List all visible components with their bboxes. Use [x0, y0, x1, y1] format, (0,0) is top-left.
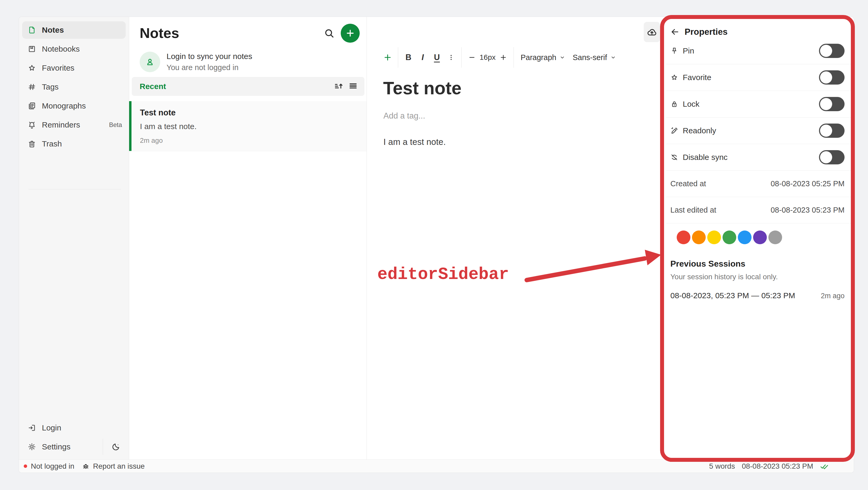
- color-swatch-green[interactable]: [722, 230, 736, 244]
- block-type-value: Paragraph: [521, 53, 556, 62]
- note-body-editor[interactable]: I am a test note.: [383, 137, 666, 147]
- sidebar-footer: Login Settings: [19, 418, 129, 456]
- sidebar-item-notebooks[interactable]: Notebooks: [19, 39, 129, 59]
- color-swatch-gray[interactable]: [768, 230, 782, 244]
- sidebar-item-reminders[interactable]: Reminders Beta: [19, 116, 129, 134]
- block-type-dropdown[interactable]: Paragraph: [521, 53, 565, 62]
- group-header-recent: Recent: [132, 77, 365, 96]
- toggle-label: Lock: [683, 100, 814, 108]
- note-list-item[interactable]: Test note I am a test note. 2m ago: [129, 101, 367, 151]
- login-sync-banner[interactable]: Login to sync your notes You are not log…: [140, 52, 359, 72]
- panel-header: Properties: [666, 17, 854, 38]
- font-family-value: Sans-serif: [572, 53, 607, 62]
- view-mode-button[interactable]: [347, 81, 359, 92]
- underline-button[interactable]: U: [431, 50, 442, 65]
- increase-font-size-button[interactable]: [498, 50, 509, 65]
- search-icon: [323, 27, 335, 39]
- font-family-dropdown[interactable]: Sans-serif: [572, 53, 616, 62]
- disable-sync-toggle[interactable]: [819, 150, 844, 164]
- sort-button[interactable]: [333, 81, 344, 92]
- sessions-title: Previous Sessions: [670, 259, 844, 269]
- font-size-value[interactable]: 16px: [479, 53, 496, 62]
- decrease-font-size-button[interactable]: [466, 50, 477, 65]
- favorite-toggle[interactable]: [819, 70, 844, 85]
- sync-off-icon: [670, 153, 678, 161]
- avatar: [140, 52, 160, 72]
- pencil-off-icon: [670, 127, 678, 135]
- note-title-input[interactable]: Test note: [383, 78, 666, 98]
- login-status-label[interactable]: Not logged in: [31, 462, 74, 470]
- banner-title: Login to sync your notes: [166, 52, 252, 61]
- note-item-snippet: I am a test note.: [140, 122, 359, 131]
- desktop-background: Notes Notebooks Favorites: [0, 0, 868, 490]
- sessions-subtitle: Your session history is local only.: [670, 273, 844, 281]
- color-swatch-red[interactable]: [677, 230, 690, 244]
- meta-label: Created at: [670, 179, 771, 188]
- cloud-upload-icon: [647, 27, 657, 37]
- lock-toggle[interactable]: [819, 97, 844, 111]
- notebook-icon: [28, 45, 36, 53]
- banner-subtitle: You are not logged in: [166, 63, 252, 72]
- color-swatch-yellow[interactable]: [707, 230, 721, 244]
- sidebar-item-favorites[interactable]: Favorites: [19, 59, 129, 77]
- hash-icon: [28, 83, 36, 91]
- last-edited-row: Last edited at 08-08-2023 05:23 PM: [666, 197, 854, 223]
- color-swatch-orange[interactable]: [692, 230, 706, 244]
- status-right: 5 words 08-08-2023 05:23 PM: [709, 462, 829, 470]
- sidebar-item-label: Monographs: [42, 101, 86, 110]
- created-at-value: 08-08-2023 05:25 PM: [771, 179, 844, 188]
- tag-input[interactable]: Add a tag...: [383, 111, 666, 121]
- publish-button[interactable]: [644, 22, 660, 42]
- minus-icon: [468, 54, 476, 61]
- sidebar-item-label: Settings: [42, 442, 70, 451]
- search-button[interactable]: [322, 25, 337, 41]
- back-arrow-icon[interactable]: [670, 27, 679, 36]
- pin-icon: [670, 47, 678, 55]
- disable-sync-row: Disable sync: [666, 144, 854, 171]
- panel-title: Properties: [685, 27, 727, 37]
- color-swatch-blue[interactable]: [738, 230, 751, 244]
- sidebar-item-monographs[interactable]: Monographs: [19, 96, 129, 116]
- sidebar-item-login[interactable]: Login: [19, 418, 129, 437]
- readonly-toggle[interactable]: [819, 124, 844, 138]
- note-accent-bar: [129, 101, 131, 151]
- plus-icon: [500, 54, 507, 61]
- plus-icon: [345, 28, 355, 38]
- session-item[interactable]: 08-08-2023, 05:23 PM — 05:23 PM 2m ago: [670, 291, 844, 300]
- bug-icon: [82, 463, 89, 470]
- sidebar-item-trash[interactable]: Trash: [19, 134, 129, 153]
- note-item-title: Test note: [140, 108, 359, 118]
- status-bar: Not logged in Report an issue 5 words 08…: [19, 459, 854, 472]
- theme-toggle-button[interactable]: [103, 437, 129, 456]
- sort-ascending-icon: [333, 81, 344, 91]
- sidebar-item-notes[interactable]: Notes: [22, 21, 126, 39]
- nav-list: Notes Notebooks Favorites: [19, 17, 129, 189]
- toolbar-separator: [398, 47, 398, 68]
- pin-toggle[interactable]: [819, 44, 844, 58]
- sidebar-item-label: Favorites: [42, 64, 74, 72]
- double-check-icon: [820, 462, 829, 470]
- list-lines-icon: [347, 81, 359, 91]
- note-color-picker: [666, 223, 854, 244]
- toolbar-separator: [514, 47, 514, 68]
- more-formatting-button[interactable]: [445, 50, 457, 65]
- lock-icon: [670, 100, 678, 108]
- sidebar-item-settings[interactable]: Settings: [19, 437, 103, 456]
- group-label: Recent: [140, 82, 330, 91]
- note-icon: [28, 26, 36, 34]
- toggle-label: Readonly: [683, 126, 814, 135]
- bold-button[interactable]: B: [403, 50, 414, 65]
- add-note-button[interactable]: [341, 24, 360, 43]
- trash-icon: [28, 140, 36, 148]
- italic-button[interactable]: I: [417, 50, 428, 65]
- session-range: 08-08-2023, 05:23 PM — 05:23 PM: [670, 291, 821, 300]
- color-swatch-purple[interactable]: [753, 230, 767, 244]
- sidebar-item-tags[interactable]: Tags: [19, 77, 129, 96]
- insert-block-button[interactable]: [382, 50, 393, 65]
- settings-row: Settings: [19, 437, 129, 456]
- readonly-row: Readonly: [666, 118, 854, 144]
- editor-sidebar-properties-panel: Properties Pin Favorite Lock: [666, 17, 854, 459]
- moon-icon: [112, 442, 120, 451]
- report-issue-label[interactable]: Report an issue: [93, 462, 145, 470]
- sidebar-item-label: Notes: [42, 26, 64, 34]
